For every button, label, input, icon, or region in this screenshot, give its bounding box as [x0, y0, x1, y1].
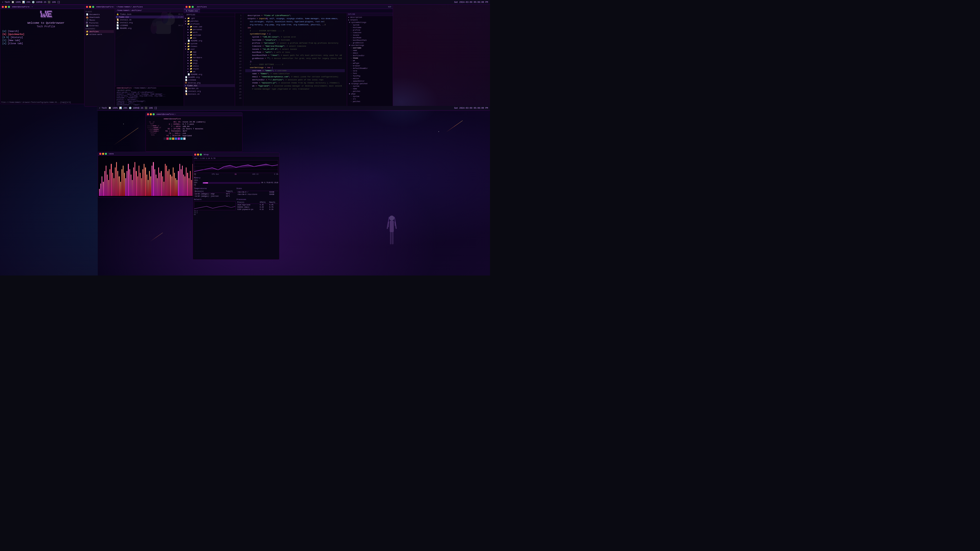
outline-dotfilesdir[interactable]: ◦ dotfilesDir	[347, 54, 393, 57]
tree-work[interactable]: ▶ 📁 work	[184, 31, 235, 34]
outline-editor[interactable]: ◦ editor	[347, 77, 393, 80]
file-row-install-org[interactable]: 📋 install.org	[116, 21, 186, 24]
tree-profiles[interactable]: ▼ 📁 profiles	[184, 22, 235, 25]
tree-hardware[interactable]: ▶ 📁 hardware	[184, 56, 235, 59]
file-row-lock[interactable]: 🔒 flake.lock 22.5 K	[116, 13, 186, 16]
outline-usersettings[interactable]: ▼ userSettings	[347, 44, 393, 47]
tree-homelab[interactable]: ▶ 📁 home.lab	[184, 25, 235, 28]
outline-nixpkgs-patched[interactable]: ▶ nixpkgs-patched	[347, 83, 393, 85]
tree-wsl[interactable]: ▶ 📁 wsl	[184, 37, 235, 39]
tree-readme-user[interactable]: 📄 README.org	[184, 73, 235, 76]
outline-bootmountpath[interactable]: ◦ bootMountPath	[347, 39, 393, 41]
outline-profile[interactable]: ◦ profile	[347, 29, 393, 32]
tree-personal[interactable]: ▶ 📁 personal	[184, 28, 235, 31]
outline-pkgs[interactable]: ▶ pkgs	[347, 93, 393, 95]
outline-browser[interactable]: ◦ browser	[347, 65, 393, 67]
sidebar-octave[interactable]: 📁 octave-work	[86, 33, 114, 36]
neofetch-title: emmet@snowfire:~	[156, 113, 241, 115]
viz-close-button[interactable]	[99, 153, 101, 155]
sidebar-music[interactable]: 🎵 Music	[86, 19, 114, 21]
sidebar-external[interactable]: 💾 External	[86, 24, 114, 27]
sidebar-documents[interactable]: 📄 Documents	[86, 13, 114, 16]
tree-wm[interactable]: ▶ 📁 wm	[184, 70, 235, 73]
tree-lang[interactable]: ▶ 📁 lang	[184, 59, 235, 62]
neofetch-min-button[interactable]	[150, 113, 152, 115]
outline-hostname[interactable]: ◦ hostname	[347, 26, 393, 29]
editor-minimize-button[interactable]	[189, 6, 191, 8]
outline-name[interactable]: ◦ name	[347, 49, 393, 52]
outline-bootmode[interactable]: ◦ bootMode	[347, 37, 393, 39]
sidebar-downloads[interactable]: 📥 Downloads	[86, 16, 114, 19]
outline-wmtype[interactable]: ◦ wmType	[347, 62, 393, 65]
tree-system[interactable]: ▶ 📁 system	[184, 42, 235, 45]
tree-pkgs[interactable]: ▶ 📁 pkgs	[184, 62, 235, 65]
editor-maximize-button[interactable]	[192, 6, 194, 8]
sysmon-close-button[interactable]	[194, 154, 196, 156]
tree-env[interactable]: ▶ 📁 env	[184, 53, 235, 56]
file-row-license[interactable]: 📄 LICENSE 34.2 K	[116, 24, 186, 27]
tab-flake-nix[interactable]: ❄ flake.nix	[184, 9, 200, 13]
tree-shell[interactable]: ▶ 📁 shell	[184, 65, 235, 67]
outline-username[interactable]: ◦ username	[347, 47, 393, 49]
outline-timezone[interactable]: ◦ timezone	[347, 32, 393, 34]
fm-close-button[interactable]	[86, 6, 88, 8]
tree-app[interactable]: ▶ 📁 app	[184, 51, 235, 53]
sidebar-dotfiles[interactable]: ⭐ dotfiles	[86, 30, 114, 33]
neofetch-max-button[interactable]	[153, 113, 155, 115]
sysmon-max-button[interactable]	[200, 154, 202, 156]
outline-system[interactable]: ◦ system	[347, 24, 393, 26]
outline-fontpkg[interactable]: ◦ fontPkg	[347, 75, 393, 77]
outline-defaultroamdir[interactable]: ◦ defaultRoamDir	[347, 67, 393, 70]
outline-theme[interactable]: ◦ theme	[347, 57, 393, 59]
tree-flake-nix[interactable]: ❄ flake.nix	[184, 84, 235, 87]
fm-minimize-button[interactable]	[89, 6, 91, 8]
tree-readme-root[interactable]: 📄 README.org	[184, 76, 235, 79]
tree-style[interactable]: ▶ 📁 style	[184, 67, 235, 70]
viz-max-button[interactable]	[105, 153, 107, 155]
outline-locale[interactable]: ◦ locale	[347, 34, 393, 37]
editor-close-button[interactable]	[186, 6, 188, 8]
outline-term[interactable]: ◦ term	[347, 70, 393, 72]
browser-menu-newtab[interactable]: [t] [New tab]	[2, 39, 89, 42]
fm-maximize-button[interactable]	[92, 6, 94, 8]
outline-pkgs-src[interactable]: ◦ src	[347, 98, 393, 100]
tree-worklab[interactable]: ▶ 📁 worklab	[184, 34, 235, 37]
outline-grubdevice[interactable]: ◦ grubDevice	[347, 41, 393, 44]
tree-patches[interactable]: ▶ 📁 patches	[184, 20, 235, 22]
outline-pkgs-patches[interactable]: ◦ patches	[347, 100, 393, 103]
maximize-button[interactable]	[8, 6, 10, 8]
tree-install-sh[interactable]: 📜 install.sh	[184, 93, 235, 95]
tree-themes[interactable]: ▶ 📁 themes	[184, 45, 235, 48]
browser-menu-history[interactable]: [S h] [History]	[2, 36, 89, 39]
outline-np-name[interactable]: ◦ name	[347, 87, 393, 90]
file-row-readme[interactable]: 📄 README.org	[116, 27, 186, 30]
outline-np-system[interactable]: ◦ system	[347, 85, 393, 87]
outline-spawneditor[interactable]: ◦ spawnEditor	[347, 80, 393, 83]
sidebar-pictures[interactable]: 🖼 Pictures	[86, 21, 114, 24]
neofetch-close-button[interactable]	[147, 113, 149, 115]
browser-menu-quickmarks[interactable]: [b] [Quickmarks]	[2, 33, 89, 36]
outline-email[interactable]: ◦ email	[347, 52, 393, 54]
tree-license[interactable]: 📄 LICENSE	[184, 79, 235, 81]
file-row-install-sh[interactable]: 📜 install.sh	[116, 18, 186, 21]
browser-menu-search[interactable]: [o] [Search]	[2, 30, 89, 33]
browser-menu-closetab[interactable]: [x] [Close tab]	[2, 42, 89, 45]
outline-outputs[interactable]: ● outputs	[347, 19, 393, 21]
viz-min-button[interactable]	[102, 153, 104, 155]
tree-desktop-png[interactable]: 🖼 desktop.png	[184, 81, 235, 84]
outline-pkgs-system[interactable]: ◦ system	[347, 95, 393, 98]
outline-font[interactable]: ◦ font	[347, 72, 393, 75]
file-row-flake[interactable]: ❄ flake.nix 2.26 K	[116, 16, 186, 18]
close-button[interactable]	[2, 6, 4, 8]
minimize-button[interactable]	[5, 6, 7, 8]
tree-readme-profiles[interactable]: 📄 README.org	[184, 39, 235, 42]
outline-np-patches[interactable]: ◦ patches	[347, 90, 393, 93]
outline-description[interactable]: ● description	[347, 16, 393, 19]
sysmon-min-button[interactable]	[197, 154, 199, 156]
outline-wm[interactable]: ◦ wm	[347, 59, 393, 62]
outline-systemsettings[interactable]: ▼ systemSettings	[347, 21, 393, 24]
tree-install-org[interactable]: 📄 install.org	[184, 90, 235, 93]
tree-git[interactable]: ▶ 📁 .git	[184, 17, 235, 20]
tree-user[interactable]: ▼ 📁 user	[184, 48, 235, 51]
tree-harden[interactable]: 📜 harden.sh	[184, 87, 235, 90]
